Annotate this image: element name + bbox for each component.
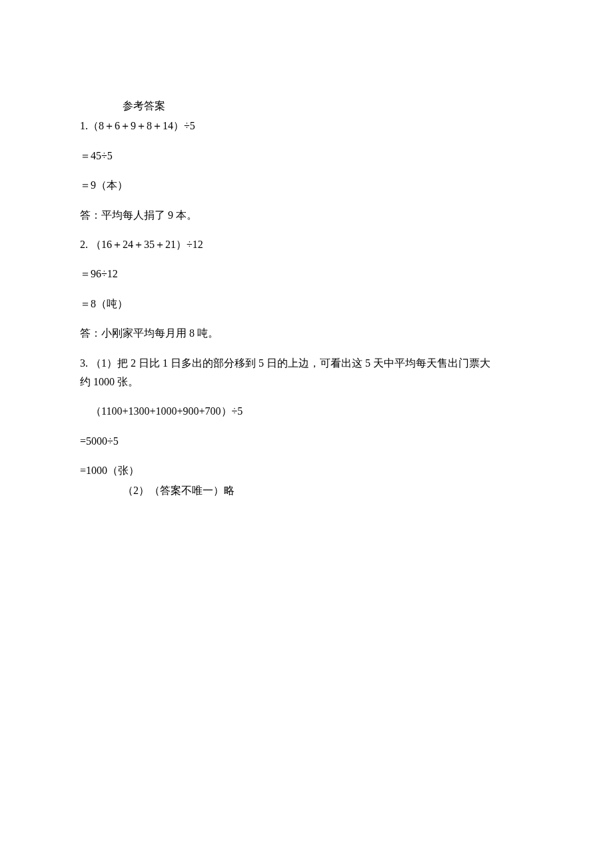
q2-expression: 2. （16＋24＋35＋21）÷12 (80, 237, 533, 252)
document-page: 参考答案 1.（8＋6＋9＋8＋14）÷5 ＝45÷5 ＝9（本） 答：平均每人… (0, 0, 613, 499)
q3-step2: =1000（张） (80, 463, 533, 478)
q1-step1: ＝45÷5 (80, 149, 533, 163)
q2-step1: ＝96÷12 (80, 267, 533, 281)
q1-answer: 答：平均每人捐了 9 本。 (80, 208, 533, 223)
answer-key-title: 参考答案 (80, 99, 533, 113)
q1-step2: ＝9（本） (80, 178, 533, 193)
q2-step2: ＝8（吨） (80, 297, 533, 311)
q3-part1-line2: 约 1000 张。 (80, 375, 533, 389)
q3-step1: =5000÷5 (80, 434, 533, 449)
q3-expression: （1100+1300+1000+900+700）÷5 (80, 404, 533, 419)
q2-answer: 答：小刚家平均每月用 8 吨。 (80, 326, 533, 341)
q3-part2: （2）（答案不唯一）略 (80, 483, 533, 498)
q1-expression: 1.（8＋6＋9＋8＋14）÷5 (80, 119, 533, 133)
q3-part1-line1: 3. （1）把 2 日比 1 日多出的部分移到 5 日的上边，可看出这 5 天中… (80, 356, 533, 371)
